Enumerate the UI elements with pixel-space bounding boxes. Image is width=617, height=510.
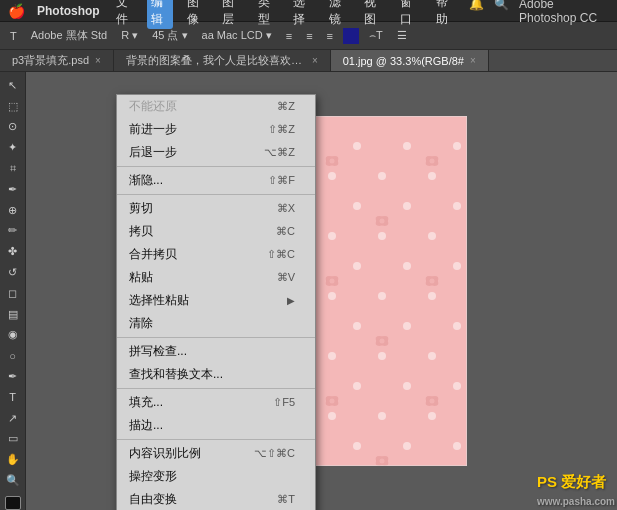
menu-edit[interactable]: 编辑: [147, 0, 173, 29]
menu-filter[interactable]: 滤镜: [325, 0, 351, 29]
pen-tool-icon[interactable]: ✒: [2, 367, 24, 386]
menu-item-copy-merged[interactable]: 合并拷贝 ⇧⌘C: [117, 243, 315, 266]
warp-text-icon[interactable]: ⌢T: [365, 28, 387, 43]
menu-item-puppet[interactable]: 操控变形: [117, 465, 315, 488]
menu-item-free-transform[interactable]: 自由变换 ⌘T: [117, 488, 315, 510]
svg-point-22: [428, 232, 436, 240]
menu-item-stroke[interactable]: 描边...: [117, 414, 315, 437]
svg-point-100: [429, 399, 434, 404]
menu-view[interactable]: 视图: [360, 0, 386, 29]
tab-label: p3背景填充.psd: [12, 53, 89, 68]
tab-01jpg[interactable]: 01.jpg @ 33.3%(RGB/8# ×: [331, 50, 489, 71]
tab-close-icon[interactable]: ×: [312, 55, 318, 66]
font-style[interactable]: R ▾: [117, 28, 142, 43]
antialiasing[interactable]: aa Mac LCD ▾: [198, 28, 276, 43]
svg-point-61: [453, 442, 461, 450]
gradient-tool-icon[interactable]: ▤: [2, 305, 24, 324]
hand-tool-icon[interactable]: ✋: [2, 450, 24, 469]
svg-point-43: [378, 352, 386, 360]
svg-point-97: [329, 399, 334, 404]
menu-item-shortcut: ⇧⌘F: [268, 174, 295, 187]
text-tool-icon[interactable]: T: [6, 29, 21, 43]
menu-item-undo[interactable]: 不能还原 ⌘Z: [117, 95, 315, 118]
menu-item-shortcut: ⌘C: [276, 225, 295, 238]
menu-item-findreplace[interactable]: 查找和替换文本...: [117, 363, 315, 386]
svg-point-11: [428, 172, 436, 180]
menu-item-content-aware[interactable]: 内容识别比例 ⌥⇧⌘C: [117, 442, 315, 465]
move-tool-icon[interactable]: ↖: [2, 76, 24, 95]
svg-point-85: [429, 279, 434, 284]
menu-item-shortcut: ⌘Z: [277, 100, 295, 113]
menu-item-clear[interactable]: 清除: [117, 312, 315, 335]
menu-select[interactable]: 选择: [289, 0, 315, 29]
watermark: PS 爱好者 www.pasha.com: [537, 473, 615, 508]
eraser-tool-icon[interactable]: ◻: [2, 284, 24, 303]
tab-p3[interactable]: p3背景填充.psd ×: [0, 50, 114, 71]
shape-tool-icon[interactable]: ▭: [2, 430, 24, 449]
menu-item-spellcheck[interactable]: 拼写检查...: [117, 340, 315, 363]
menu-item-fill[interactable]: 填充... ⇧F5: [117, 391, 315, 414]
menu-item-copy[interactable]: 拷贝 ⌘C: [117, 220, 315, 243]
align-right-icon[interactable]: ≡: [323, 29, 337, 43]
watermark-url: www.pasha.com: [537, 496, 615, 507]
text-tool-icon[interactable]: T: [2, 388, 24, 407]
tab-close-icon[interactable]: ×: [470, 55, 476, 66]
menu-type[interactable]: 类型: [254, 0, 280, 29]
healing-tool-icon[interactable]: ⊕: [2, 201, 24, 220]
path-tool-icon[interactable]: ↗: [2, 409, 24, 428]
panels-icon[interactable]: ☰: [393, 28, 411, 43]
dodge-tool-icon[interactable]: ○: [2, 346, 24, 365]
svg-point-48: [353, 382, 361, 390]
menu-item-fade[interactable]: 渐隐... ⇧⌘F: [117, 169, 315, 192]
svg-point-55: [428, 412, 436, 420]
lasso-tool-icon[interactable]: ⊙: [2, 118, 24, 137]
apple-menu-icon[interactable]: 🍎: [8, 3, 25, 19]
menu-image[interactable]: 图像: [183, 0, 209, 29]
font-size[interactable]: 45 点 ▾: [148, 27, 191, 44]
notification-icon[interactable]: 🔔: [469, 0, 484, 25]
menu-help[interactable]: 帮助: [432, 0, 458, 29]
svg-point-38: [403, 322, 411, 330]
menu-file[interactable]: 文件: [112, 0, 138, 29]
color-fg[interactable]: [5, 496, 21, 510]
menu-layer[interactable]: 图层: [218, 0, 244, 29]
font-name[interactable]: Adobe 黑体 Std: [27, 27, 111, 44]
menu-item-paste-special[interactable]: 选择性粘贴 ▶: [117, 289, 315, 312]
menu-separator: [117, 166, 315, 167]
clone-tool-icon[interactable]: ✤: [2, 242, 24, 261]
menu-item-step-forward[interactable]: 前进一步 ⇧⌘Z: [117, 118, 315, 141]
left-toolbar: ↖ ⬚ ⊙ ✦ ⌗ ✒ ⊕ ✏ ✤ ↺ ◻ ▤ ◉ ○ ✒ T ↗ ▭ ✋ 🔍: [0, 72, 26, 510]
svg-point-44: [428, 352, 436, 360]
menu-item-paste[interactable]: 粘贴 ⌘V: [117, 266, 315, 289]
menu-item-cut[interactable]: 剪切 ⌘X: [117, 197, 315, 220]
blur-tool-icon[interactable]: ◉: [2, 326, 24, 345]
tab-close-icon[interactable]: ×: [95, 55, 101, 66]
svg-point-49: [403, 382, 411, 390]
menu-item-label: 清除: [129, 315, 153, 332]
svg-point-32: [378, 292, 386, 300]
menu-item-label: 自由变换: [129, 491, 177, 508]
brush-tool-icon[interactable]: ✏: [2, 222, 24, 241]
wand-tool-icon[interactable]: ✦: [2, 138, 24, 157]
menu-item-label: 操控变形: [129, 468, 177, 485]
menu-item-label: 剪切: [129, 200, 153, 217]
menu-item-shortcut: ⇧⌘C: [267, 248, 295, 261]
menu-bar-items: 文件 编辑 图像 图层 类型 选择 滤镜 视图 窗口 帮助: [112, 0, 457, 29]
align-left-icon[interactable]: ≡: [282, 29, 296, 43]
align-center-icon[interactable]: ≡: [302, 29, 316, 43]
eyedropper-tool-icon[interactable]: ✒: [2, 180, 24, 199]
zoom-tool-icon[interactable]: 🔍: [2, 471, 24, 490]
color-swatch[interactable]: [343, 28, 359, 44]
search-icon[interactable]: 🔍: [494, 0, 509, 25]
svg-point-59: [353, 442, 361, 450]
marquee-tool-icon[interactable]: ⬚: [2, 97, 24, 116]
crop-tool-icon[interactable]: ⌗: [2, 159, 24, 178]
tab-bg[interactable]: 背景的图案叠，我个人是比较喜欢简单的背景，毕... ×: [114, 50, 331, 71]
svg-point-54: [378, 412, 386, 420]
menu-item-step-backward[interactable]: 后退一步 ⌥⌘Z: [117, 141, 315, 164]
svg-point-27: [403, 262, 411, 270]
svg-point-76: [379, 219, 384, 224]
menu-item-shortcut: ⌘T: [277, 493, 295, 506]
menu-window[interactable]: 窗口: [396, 0, 422, 29]
history-tool-icon[interactable]: ↺: [2, 263, 24, 282]
